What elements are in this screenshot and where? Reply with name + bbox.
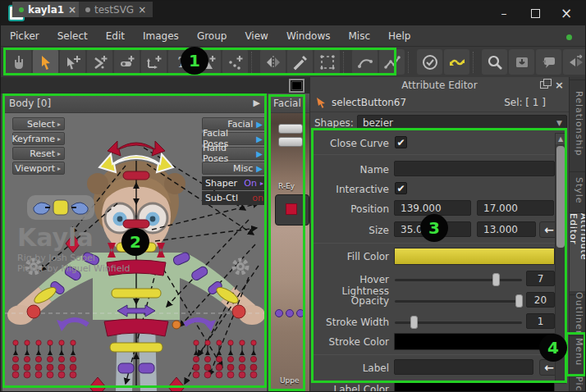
- eye-red-button[interactable]: [286, 203, 297, 215]
- hand-poses-button[interactable]: Hand Poses▶: [202, 147, 267, 160]
- stroke-color-swatch[interactable]: [394, 333, 555, 350]
- float-panel-icon[interactable]: [540, 81, 548, 89]
- menu-windows[interactable]: Windows: [277, 25, 340, 47]
- zoom-search-button[interactable]: [482, 49, 507, 75]
- scroll-up-icon[interactable]: ▲: [556, 134, 565, 144]
- mirror-tool-button[interactable]: [260, 49, 286, 75]
- hand-tool-button[interactable]: [6, 49, 31, 75]
- add-slider-button-button[interactable]: [114, 49, 140, 75]
- viewport-menu-button[interactable]: Viewport▸: [12, 162, 65, 175]
- label-color-label: Label Color: [310, 384, 389, 392]
- scrollbar-thumb[interactable]: [556, 146, 565, 248]
- position-x-input[interactable]: 139.000: [394, 200, 471, 216]
- slider-thumb[interactable]: [515, 294, 523, 308]
- marquee-select-button[interactable]: [314, 49, 340, 75]
- minimize-button[interactable]: –: [488, 1, 520, 25]
- picker-group-header[interactable]: Body [0] ▶: [2, 93, 267, 113]
- reset-menu-button[interactable]: Reset▸: [12, 147, 65, 160]
- facial-grey-button[interactable]: [278, 124, 303, 134]
- menu-view[interactable]: View: [236, 25, 277, 47]
- add-select-button-button[interactable]: [60, 49, 85, 75]
- menu-misc[interactable]: Misc: [339, 25, 379, 47]
- side-tab-style[interactable]: Style: [570, 171, 586, 209]
- play-icon: ▶: [256, 164, 263, 173]
- menu-select[interactable]: Select: [48, 25, 97, 47]
- slider-thumb[interactable]: [492, 273, 500, 286]
- subctl-toggle[interactable]: Sub-Ctl on: [202, 191, 267, 205]
- brow-dot-button[interactable]: [275, 309, 283, 317]
- facial-grey-button[interactable]: [278, 137, 303, 147]
- eye-control-box[interactable]: [275, 194, 309, 226]
- import-image-button[interactable]: [509, 49, 534, 75]
- misc-button[interactable]: Misc▶: [202, 162, 267, 175]
- shaper-toggle[interactable]: Shaper On ▸: [202, 176, 267, 190]
- expand-arrow-icon[interactable]: ▶: [254, 98, 260, 108]
- node-row: selectButton67 Sel: [ 1 ]: [310, 93, 569, 112]
- position-y-input[interactable]: 17.000: [477, 200, 554, 216]
- name-input[interactable]: [394, 161, 555, 176]
- interactive-checkbox[interactable]: ✔: [395, 182, 407, 194]
- side-tab-relationship[interactable]: Relationship: [570, 80, 586, 166]
- tab-close-icon[interactable]: ×: [138, 4, 146, 16]
- menu-images[interactable]: Images: [134, 25, 188, 47]
- select-arrow-tool-button[interactable]: [33, 49, 58, 75]
- side-tab-picker[interactable]: Pic: [570, 375, 586, 392]
- comment-tool-button[interactable]: [536, 49, 561, 75]
- ikfk-switch-widget[interactable]: [27, 195, 94, 220]
- curve-tool-button[interactable]: [352, 49, 378, 75]
- close-button[interactable]: ×: [551, 1, 582, 25]
- menu-group[interactable]: Group: [188, 25, 236, 47]
- chevron-plus-icon: [92, 54, 108, 71]
- fill-color-swatch[interactable]: [394, 248, 555, 265]
- tab-modified-dot: [19, 7, 24, 12]
- tab-kayla1[interactable]: kayla1 ×: [12, 2, 83, 17]
- label-input[interactable]: [394, 359, 533, 375]
- zigzag-curve-button[interactable]: [379, 49, 405, 75]
- facial-header[interactable]: Facial: [268, 93, 309, 113]
- menu-picker[interactable]: Picker: [1, 25, 48, 47]
- keyframe-menu-button[interactable]: Keyframe▸: [12, 132, 65, 145]
- menu-edit[interactable]: Edit: [97, 25, 134, 47]
- add-text-button-button[interactable]: T: [168, 49, 194, 75]
- panel-close-icon[interactable]: ×: [555, 80, 564, 90]
- add-move-button-button[interactable]: [141, 49, 167, 75]
- color-eyedropper-button[interactable]: [287, 49, 313, 75]
- play-icon: ▶: [256, 149, 263, 158]
- check-apply-button[interactable]: [417, 49, 442, 75]
- label-color-swatch[interactable]: [394, 381, 555, 392]
- comment-bubble-icon: [541, 54, 557, 71]
- tab-testsvg[interactable]: testSVG ×: [79, 2, 153, 17]
- scrollbar[interactable]: ▲: [555, 133, 566, 384]
- side-tab-outliner[interactable]: Outliner: [570, 294, 586, 332]
- swatch-square-button[interactable]: [289, 79, 304, 93]
- slider-thumb[interactable]: [410, 316, 418, 329]
- opacity-slider[interactable]: [395, 300, 522, 303]
- stroke-width-slider[interactable]: [395, 321, 522, 324]
- stroke-width-value[interactable]: 1: [526, 313, 555, 329]
- tab-close-icon[interactable]: ×: [68, 4, 76, 16]
- name-label: Name: [310, 164, 389, 175]
- shapes-dropdown[interactable]: bezier ▼: [357, 115, 567, 130]
- add-points-tool-button[interactable]: [222, 49, 248, 75]
- select-menu-button[interactable]: Select▸: [12, 117, 65, 130]
- flip-mirror-button[interactable]: [444, 49, 469, 75]
- maximize-button[interactable]: [520, 1, 551, 25]
- button-label: Keyframe: [11, 134, 55, 144]
- picker-canvas-panel[interactable]: Kayla Rig by Josh Sobel Picker by Miguel…: [2, 93, 267, 392]
- size-width-input[interactable]: 35.000: [394, 221, 471, 237]
- fill-color-label: Fill Color: [310, 251, 389, 262]
- mirror-export-button[interactable]: [563, 49, 586, 75]
- add-command-button-button[interactable]: [87, 49, 112, 75]
- add-shape-button-button[interactable]: [195, 49, 221, 75]
- menu-help[interactable]: Help: [379, 25, 419, 47]
- close-curve-checkbox[interactable]: ✔: [395, 136, 407, 148]
- opacity-value[interactable]: 20: [526, 292, 555, 308]
- hover-lightness-value[interactable]: 7: [526, 271, 555, 286]
- size-height-input[interactable]: 13.000: [477, 221, 536, 237]
- brow-dot-button[interactable]: [296, 309, 304, 317]
- side-tab-attribute-editor[interactable]: Attribute Editor: [570, 212, 586, 291]
- side-tab-menu[interactable]: Menu: [570, 335, 586, 368]
- brow-dot-button[interactable]: [286, 309, 294, 317]
- hover-lightness-slider[interactable]: [395, 279, 522, 281]
- facial-picker-strip[interactable]: R-Ey Uppe Facial: [268, 93, 309, 392]
